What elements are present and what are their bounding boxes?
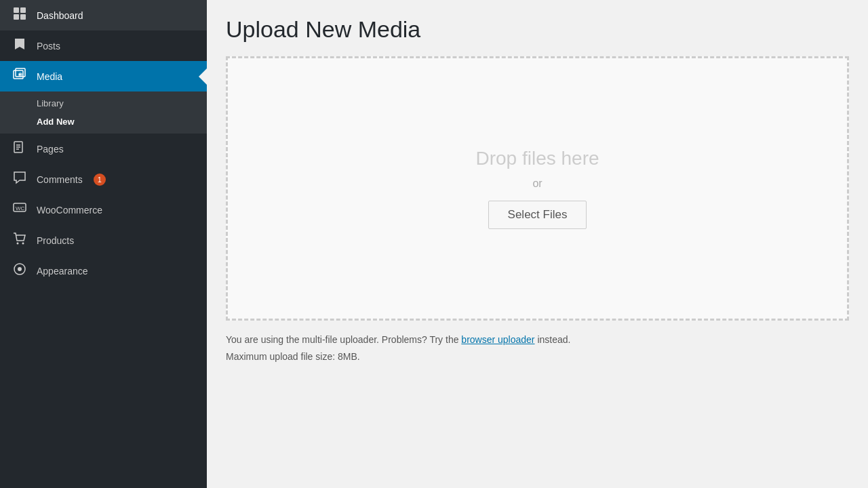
svg-text:WC: WC [16, 205, 25, 211]
media-submenu: Library Add New [0, 92, 207, 134]
info-text-after: instead. [535, 334, 571, 345]
main-content: Upload New Media Drop files here or Sele… [207, 0, 868, 488]
sidebar: Dashboard Posts Media Library Add New [0, 0, 207, 488]
sidebar-item-appearance-label: Appearance [37, 266, 88, 277]
sidebar-submenu-library[interactable]: Library [0, 94, 207, 113]
sidebar-item-products-label: Products [37, 235, 74, 246]
posts-icon [11, 37, 28, 54]
sidebar-item-media[interactable]: Media [0, 61, 207, 92]
sidebar-item-comments-label: Comments [37, 174, 83, 185]
sidebar-item-pages[interactable]: Pages [0, 134, 207, 164]
sidebar-item-woocommerce-label: WooCommerce [37, 205, 102, 216]
sidebar-item-posts-label: Posts [37, 41, 60, 52]
sidebar-item-products[interactable]: Products [0, 225, 207, 256]
select-files-button[interactable]: Select Files [488, 201, 587, 229]
svg-point-17 [18, 267, 22, 271]
sidebar-item-dashboard[interactable]: Dashboard [0, 0, 207, 30]
or-text: or [532, 178, 542, 190]
sidebar-item-dashboard-label: Dashboard [37, 10, 83, 21]
appearance-icon [11, 262, 28, 279]
sidebar-item-media-label: Media [37, 71, 62, 82]
svg-rect-1 [20, 7, 26, 13]
svg-rect-0 [14, 7, 19, 13]
browser-uploader-link[interactable]: browser uploader [461, 334, 534, 345]
comments-icon [11, 171, 28, 188]
sidebar-submenu-add-new[interactable]: Add New [0, 113, 207, 131]
woocommerce-icon: WC [11, 201, 28, 218]
max-upload-size-text: Maximum upload file size: 8MB. [226, 351, 849, 362]
sidebar-item-posts[interactable]: Posts [0, 30, 207, 61]
svg-rect-3 [20, 14, 26, 20]
media-icon [11, 68, 28, 85]
svg-point-15 [22, 243, 24, 245]
sidebar-item-appearance[interactable]: Appearance [0, 256, 207, 286]
upload-drop-area[interactable]: Drop files here or Select Files [226, 56, 849, 321]
svg-point-14 [17, 243, 19, 245]
sidebar-item-woocommerce[interactable]: WC WooCommerce [0, 195, 207, 225]
products-icon [11, 232, 28, 249]
sidebar-item-comments[interactable]: Comments 1 [0, 164, 207, 195]
info-text-before: You are using the multi-file uploader. P… [226, 334, 461, 345]
uploader-info-text: You are using the multi-file uploader. P… [226, 333, 849, 347]
sidebar-item-pages-label: Pages [37, 144, 64, 155]
page-title: Upload New Media [226, 16, 849, 43]
comments-badge: 1 [94, 174, 106, 186]
active-arrow [200, 70, 207, 83]
dashboard-icon [11, 7, 28, 24]
drop-files-text: Drop files here [475, 148, 599, 169]
svg-rect-2 [14, 14, 19, 20]
pages-icon [11, 140, 28, 157]
